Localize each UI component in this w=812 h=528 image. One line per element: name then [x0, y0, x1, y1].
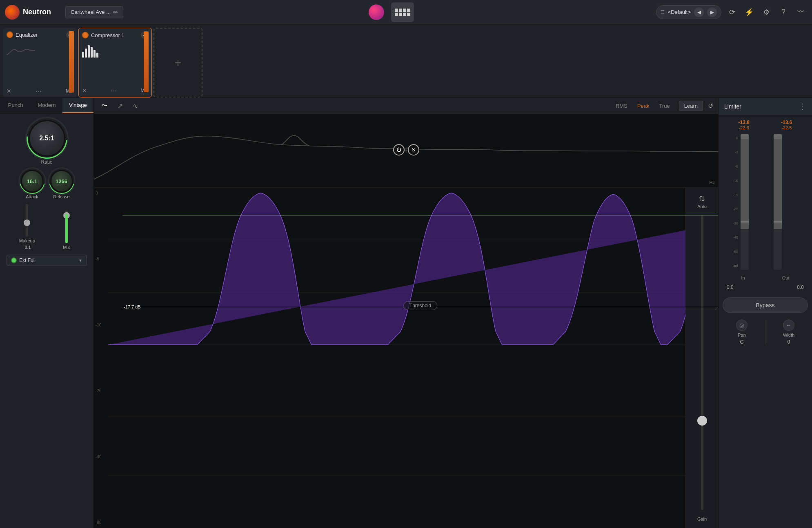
main-area: Punch Modern Vintage 2.5:1 Ratio 16.1: [0, 98, 812, 528]
ratio-label: Ratio: [41, 159, 52, 165]
io-buttons: ⏻ S: [393, 144, 419, 155]
eq-curve-display: [7, 42, 35, 57]
preset-selector[interactable]: Cartwheel Ave ... ✏: [65, 6, 123, 18]
eq-dots-btn[interactable]: • • •: [36, 89, 41, 93]
ext-sidechain-dropdown[interactable]: Ext Full ▼: [7, 255, 87, 266]
collapse-btn[interactable]: 〰: [794, 6, 807, 19]
attack-knob-wrap: 16.1 Attack: [21, 170, 44, 199]
comp-mix-slider[interactable]: [145, 31, 147, 94]
bypass-btn[interactable]: Bypass: [723, 297, 808, 313]
left-panel: Punch Modern Vintage 2.5:1 Ratio 16.1: [0, 98, 94, 528]
in-meter-track: [741, 134, 749, 270]
auto-label: Auto: [697, 204, 707, 209]
eq-power-btn[interactable]: [7, 31, 13, 38]
next-preset-btn[interactable]: ▶: [707, 7, 717, 17]
release-knob[interactable]: 1266: [50, 170, 73, 193]
limiter-menu-btn[interactable]: ⋮: [799, 102, 806, 111]
learn-btn[interactable]: Learn: [679, 101, 703, 111]
out-meter-top: [774, 134, 782, 139]
rms-btn[interactable]: RMS: [612, 101, 632, 111]
gain-line: [122, 215, 718, 215]
eq-module-bottom: ✕ • • • Mix: [7, 88, 73, 94]
refresh-btn[interactable]: ↺: [708, 102, 713, 110]
bypass-label: Bypass: [756, 302, 775, 308]
width-col: ↔ Width 0: [770, 319, 808, 345]
y-label-80: -80: [96, 520, 107, 525]
controls-area: 2.5:1 Ratio 16.1 Attack 1266: [0, 113, 93, 528]
pw-divider: [765, 319, 765, 345]
width-label: Width: [783, 333, 794, 337]
scale-50: -50: [727, 250, 738, 254]
tool-cursor-btn[interactable]: ↗: [115, 101, 125, 111]
out-val: 0.0: [797, 284, 804, 290]
preset-nav: ☰ <Default> ◀ ▶: [656, 5, 721, 19]
io-power-btn[interactable]: ⏻: [393, 144, 405, 155]
mix-track[interactable]: [65, 211, 68, 243]
lightning-btn[interactable]: ⚡: [743, 6, 756, 19]
scale-40: -40: [727, 235, 738, 240]
y-label-0: 0: [96, 191, 107, 195]
settings-btn[interactable]: ⚙: [760, 6, 773, 19]
orb-icon: [369, 4, 384, 20]
history-btn[interactable]: ⟳: [725, 6, 739, 19]
attack-knob[interactable]: 16.1: [21, 170, 44, 193]
comp-dots-btn[interactable]: • • •: [111, 89, 116, 93]
threshold-line: Threshold: [122, 307, 718, 307]
orb-button[interactable]: [365, 2, 388, 22]
y-axis-labels: 0 -5 -10 -20 -40 -80: [94, 188, 108, 528]
scale-10: -10: [727, 179, 738, 183]
release-label: Release: [53, 194, 69, 199]
eq-mix-slider[interactable]: [70, 31, 73, 94]
tab-modern[interactable]: Modern: [31, 98, 62, 113]
grid-button[interactable]: [391, 2, 414, 22]
grid-icon: [395, 9, 410, 16]
width-value: 0: [788, 339, 790, 345]
tool-wave-btn[interactable]: 〜: [99, 101, 110, 111]
release-knob-wrap: 1266 Release: [50, 170, 73, 199]
attack-value: 16.1: [27, 178, 37, 184]
pan-col: ◎ Pan C: [723, 319, 761, 345]
tool-spectrum-btn[interactable]: ∿: [130, 101, 140, 111]
y-label-40: -40: [96, 455, 107, 459]
width-icon[interactable]: ↔: [783, 319, 794, 331]
chevron-down-icon: ▼: [78, 258, 82, 263]
out-meter-group: [774, 134, 804, 270]
out-meter-fill: [774, 139, 782, 229]
makeup-value: -0.1: [23, 245, 31, 250]
meter-values: -13.8 -22.3 -13.6 -22.5: [723, 120, 808, 130]
gain-slider-thumb[interactable]: [697, 416, 707, 426]
meter-in-out-labels: In Out: [723, 274, 808, 282]
scale-inf: -Inf: [727, 264, 738, 268]
comp-graph-area: 0 -5 -10 -20 -40 -80 Threshold -17.7 dB: [94, 188, 718, 528]
in-val: 0.0: [727, 284, 734, 290]
true-btn[interactable]: True: [655, 101, 674, 111]
makeup-thumb[interactable]: [24, 220, 30, 226]
ratio-knob[interactable]: 2.5:1: [29, 120, 65, 157]
pan-icon[interactable]: ◎: [736, 319, 747, 331]
peak-btn[interactable]: Peak: [633, 101, 654, 111]
sliders-row: Makeup -0.1 Mix: [7, 204, 87, 250]
eq-module-header: Equalizer •••: [7, 31, 73, 38]
comp-power-btn[interactable]: [82, 32, 89, 38]
prev-preset-btn[interactable]: ◀: [694, 7, 704, 17]
mix-slider-col: Mix: [49, 211, 84, 250]
meter-scale: 0 -3 -6 -10 -15 -20 -30 -40 -50 -Inf: [727, 134, 738, 270]
tab-vintage[interactable]: Vintage: [62, 98, 93, 113]
module-strip: Equalizer ••• ✕ • • • Mix Compressor 1 •…: [0, 24, 812, 98]
scale-30: -30: [727, 221, 738, 225]
hz-label: Hz: [710, 180, 715, 185]
gain-slider-track[interactable]: [701, 215, 703, 510]
auto-btn[interactable]: ⇅ Auto: [697, 194, 707, 209]
io-solo-btn[interactable]: S: [408, 144, 419, 155]
comp-module-bottom: ✕ • • • Mix: [82, 87, 148, 94]
tab-punch[interactable]: Punch: [0, 98, 31, 113]
meter-in-col: -13.8 -22.3: [739, 120, 750, 130]
help-btn[interactable]: ?: [777, 6, 790, 19]
comp-close-btn[interactable]: ✕: [82, 87, 87, 94]
y-label-5: -5: [96, 257, 107, 261]
eq-close-btn[interactable]: ✕: [7, 88, 11, 94]
meter-section: -13.8 -22.3 -13.6 -22.5 0 -3 -6 -10 -15 …: [719, 115, 812, 294]
in-meter-marker: [741, 222, 749, 222]
makeup-track[interactable]: [26, 204, 28, 237]
add-module-btn[interactable]: +: [154, 28, 202, 98]
